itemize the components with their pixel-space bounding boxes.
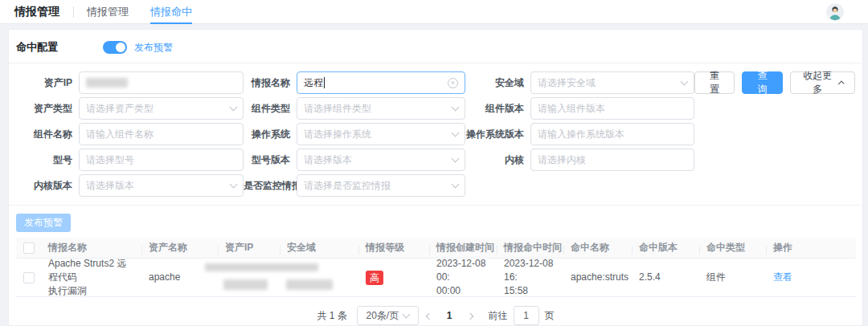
os-label: 操作系统 xyxy=(244,128,297,141)
model-version-field: 型号版本请选择版本 xyxy=(244,149,465,171)
os-field: 操作系统请选择操作系统 xyxy=(244,123,465,145)
model-version-select[interactable]: 请选择版本 xyxy=(297,149,465,171)
chevron-down-icon xyxy=(681,78,689,86)
filter-row: 资产IP情报名称远程×安全域请选择安全域重置查询收起更多 xyxy=(16,71,859,94)
intel-name-field: 情报名称远程× xyxy=(244,71,465,94)
model-label: 型号 xyxy=(16,153,79,167)
asset-type-placeholder: 请选择资产类型 xyxy=(86,102,154,116)
component-version-label: 组件版本 xyxy=(465,102,530,116)
top-bar: 情报管理 情报管理情报命中 xyxy=(0,0,868,24)
tab-intel-management[interactable]: 情报管理 xyxy=(87,0,129,24)
intel-hit-time-cell: 2023-12-08 16:15:58 xyxy=(497,257,564,298)
asset-ip-label: 资产IP xyxy=(16,76,79,90)
collapse-more-button-label: 收起更多 xyxy=(802,69,833,96)
chevron-down-icon xyxy=(452,104,460,112)
security-domain-select[interactable]: 请选择安全域 xyxy=(530,71,694,94)
intel-name-input[interactable]: 远程× xyxy=(297,71,465,94)
hit-name-cell: apache:struts xyxy=(564,271,633,284)
total-count-label: 共 1 条 xyxy=(317,309,346,323)
goto-page-input[interactable]: 1 xyxy=(514,306,539,325)
redacted-value xyxy=(205,263,318,271)
title-divider xyxy=(73,6,74,18)
component-type-placeholder: 请选择组件类型 xyxy=(304,102,371,116)
hit-config-label: 命中配置 xyxy=(16,40,58,55)
prev-page-button[interactable] xyxy=(419,310,440,321)
filter-row: 组件名称请输入组件名称操作系统请选择操作系统操作系统版本请输入操作系统版本 xyxy=(16,123,859,145)
asset-ip-input[interactable] xyxy=(79,71,244,94)
user-avatar-icon xyxy=(826,3,844,21)
kernel-version-field: 内核版本请选择版本 xyxy=(16,174,244,197)
text-cursor xyxy=(324,77,325,88)
action-cell: 查看 xyxy=(767,271,856,284)
component-version-field: 组件版本请输入组件版本 xyxy=(465,97,694,120)
tab-intel-hit[interactable]: 情报命中 xyxy=(150,0,192,24)
current-page-button[interactable]: 1 xyxy=(440,310,460,321)
column-header: 资产名称 xyxy=(142,241,219,255)
page-size-select[interactable]: 20条/页 xyxy=(357,306,419,325)
hit-config-panel: 命中配置 发布预警 资产IP情报名称远程×安全域请选择安全域重置查询收起更多资产… xyxy=(8,29,863,326)
chevron-down-icon xyxy=(403,311,411,319)
column-header: 资产IP xyxy=(219,241,280,255)
monitored-intel-placeholder: 请选择是否监控情报 xyxy=(304,179,391,193)
row-checkbox[interactable] xyxy=(23,272,35,283)
component-name-input[interactable]: 请输入组件名称 xyxy=(79,123,244,145)
hit-type-cell: 组件 xyxy=(700,271,767,284)
user-avatar[interactable] xyxy=(826,3,844,21)
search-button[interactable]: 查询 xyxy=(742,71,782,94)
column-header: 命中版本 xyxy=(633,241,700,255)
reset-button[interactable]: 重置 xyxy=(694,71,735,94)
collapse-more-button[interactable]: 收起更多 xyxy=(790,71,855,94)
hit-config-row: 命中配置 发布预警 xyxy=(9,30,862,63)
os-version-field: 操作系统版本请输入操作系统版本 xyxy=(465,123,694,145)
chevron-down-icon xyxy=(452,155,460,163)
search-button-label: 查询 xyxy=(754,69,770,96)
model-input[interactable]: 请选择型号 xyxy=(79,149,244,171)
column-header: 安全域 xyxy=(280,241,359,255)
component-type-select[interactable]: 请选择组件类型 xyxy=(297,97,465,120)
monitored-intel-field: 是否监控情报请选择是否监控情报 xyxy=(244,174,465,197)
results-section: 发布预警 情报名称资产名称资产IP安全域情报等级情报创建时间情报命中时间命中名称… xyxy=(9,206,862,326)
os-placeholder: 请选择操作系统 xyxy=(304,128,371,141)
monitored-intel-select[interactable]: 请选择是否监控情报 xyxy=(297,174,465,197)
clear-input-icon[interactable]: × xyxy=(448,78,458,88)
publish-alert-toggle-label: 发布预警 xyxy=(134,41,173,55)
component-type-label: 组件类型 xyxy=(244,102,297,116)
component-version-input[interactable]: 请输入组件版本 xyxy=(530,97,694,120)
publish-alert-button[interactable]: 发布预警 xyxy=(16,214,71,232)
chevron-right-icon xyxy=(466,313,473,320)
component-name-label: 组件名称 xyxy=(16,128,79,141)
security-domain-label: 安全域 xyxy=(465,76,530,90)
chevron-left-icon xyxy=(426,313,432,320)
table-row: Apache Struts2 远程代码执行漏洞apache高2023-12-08… xyxy=(16,259,856,297)
chevron-down-icon xyxy=(230,104,238,112)
kernel-version-placeholder: 请选择版本 xyxy=(86,179,134,193)
column-header: 命中类型 xyxy=(700,241,767,255)
kernel-version-label: 内核版本 xyxy=(16,179,79,193)
model-version-label: 型号版本 xyxy=(244,153,297,167)
intel-name-cell: Apache Struts2 远程代码执行漏洞 xyxy=(42,257,142,298)
kernel-placeholder: 请选择内核 xyxy=(538,153,586,167)
intel-level-cell: 高 xyxy=(359,271,430,285)
reset-button-label: 重置 xyxy=(706,69,723,96)
goto-unit-label: 页 xyxy=(545,309,555,323)
next-page-button[interactable] xyxy=(460,310,481,321)
column-header: 情报命中时间 xyxy=(497,241,564,255)
chevron-down-icon xyxy=(230,181,238,189)
redacted-value xyxy=(223,279,268,290)
tab-bar: 情报管理情报命中 xyxy=(87,0,214,24)
kernel-input[interactable]: 请选择内核 xyxy=(530,149,694,171)
intel-name-label: 情报名称 xyxy=(244,76,297,90)
publish-alert-toggle[interactable] xyxy=(103,41,127,54)
chevron-up-icon xyxy=(838,80,845,87)
chevron-down-icon xyxy=(452,181,460,189)
select-all-checkbox[interactable] xyxy=(23,242,35,254)
security-domain-placeholder: 请选择安全域 xyxy=(538,76,596,90)
os-version-input[interactable]: 请输入操作系统版本 xyxy=(530,123,694,145)
view-link[interactable]: 查看 xyxy=(773,271,792,283)
component-type-field: 组件类型请选择组件类型 xyxy=(244,97,465,120)
column-header: 情报创建时间 xyxy=(430,241,497,255)
os-select[interactable]: 请选择操作系统 xyxy=(297,123,465,145)
kernel-version-select[interactable]: 请选择版本 xyxy=(79,174,244,197)
results-table: 情报名称资产名称资产IP安全域情报等级情报创建时间情报命中时间命中名称命中版本命… xyxy=(16,238,856,297)
asset-type-select[interactable]: 请选择资产类型 xyxy=(79,97,244,120)
